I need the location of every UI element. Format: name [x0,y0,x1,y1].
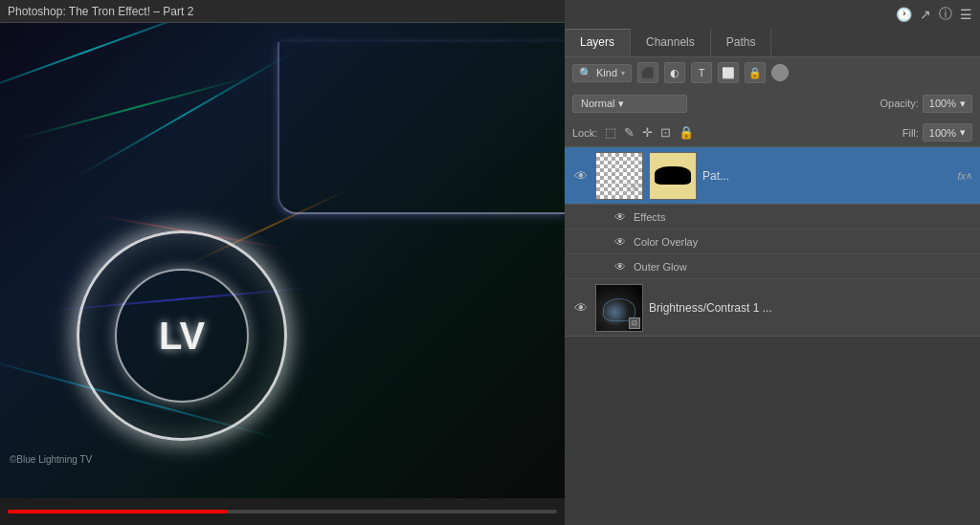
layer-thumbnail-pattern: ☞ [595,152,643,200]
main-container: Photoshop: The Tron Effect! – Part 2 LV [0,0,980,525]
info-icon[interactable]: ⓘ [939,6,952,23]
smart-filter-btn[interactable]: 🔒 [745,62,766,83]
panel-tabs: Layers Channels Paths [565,29,980,57]
layer-name-1: Pat... [702,169,957,183]
effects-eye[interactable]: 👁 [612,209,628,225]
color-overlay-eye[interactable]: 👁 [612,234,628,250]
blend-mode-dropdown[interactable]: Normal ▾ [572,95,687,113]
outer-glow-eye[interactable]: 👁 [612,259,628,274]
layer-item-pattern[interactable]: 👁 ☞ Pat... fx ∧ [565,147,980,205]
video-title-bar: Photoshop: The Tron Effect! – Part 2 [0,0,565,23]
laser-beam-1 [0,23,222,101]
tab-paths[interactable]: Paths [711,29,772,56]
brightness-adjust-icon: ⊡ [629,317,640,329]
layer-name-2: Brightness/Contrast 1 ... [649,301,972,315]
lock-pixels-icon[interactable]: ✎ [624,125,635,140]
type-filter-btn[interactable]: T [691,62,712,83]
laser-beam-2 [19,76,251,140]
layer-thumbnail-brightness: ⊡ [595,284,643,332]
mask-car-shape [655,166,691,185]
fill-arrow: ▾ [960,126,966,139]
car-glow-bg: LV [0,23,565,498]
fill-section: Fill: 100% ▾ [902,123,972,142]
layer-mask-thumbnail [649,152,697,200]
video-panel: Photoshop: The Tron Effect! – Part 2 LV [0,0,565,525]
layers-list: 👁 ☞ Pat... fx ∧ 👁 Effects [565,147,980,525]
top-toolbar: 🕐 ↗ ⓘ ☰ [565,0,980,29]
progress-fill [8,510,228,514]
video-progress-bar[interactable] [0,498,565,525]
adjustment-filter-btn[interactable]: ◐ [664,62,685,83]
video-content: LV ©Blue Lightning TV [0,23,565,498]
blend-mode-row: Normal ▾ Opacity: 100% ▾ [565,88,980,119]
video-copyright: ©Blue Lightning TV [10,454,92,465]
share-icon[interactable]: ↗ [920,7,931,22]
kind-dropdown-arrow: ▾ [621,69,625,77]
layer-item-brightness[interactable]: 👁 ⊡ Brightness/Contrast 1 ... [565,279,980,337]
kind-dropdown[interactable]: 🔍 Kind ▾ [572,64,632,82]
outer-glow-label: Outer Glow [634,261,687,273]
tab-channels[interactable]: Channels [631,29,711,56]
effects-header: 👁 Effects [565,205,980,230]
menu-icon[interactable]: ☰ [960,7,972,22]
fill-control[interactable]: 100% ▾ [923,123,972,142]
blend-dropdown-arrow: ▾ [618,98,624,110]
color-indicator [771,64,789,81]
lock-position-icon[interactable]: ✛ [642,125,653,140]
clock-icon[interactable]: 🕐 [896,7,912,22]
pixel-filter-btn[interactable]: ⬛ [637,62,658,83]
video-title: Photoshop: The Tron Effect! – Part 2 [8,5,193,18]
opacity-section: Opacity: 100% ▾ [880,95,973,113]
lv-logo: LV [144,297,220,374]
color-overlay-item[interactable]: 👁 Color Overlay [565,230,980,254]
color-overlay-label: Color Overlay [634,236,698,248]
layers-panel: 🕐 ↗ ⓘ ☰ Layers Channels Paths 🔍 Kind ▾ [565,0,980,525]
tab-layers[interactable]: Layers [565,29,631,56]
lock-artboard-icon[interactable]: ⊡ [660,125,671,140]
layer-visibility-eye-1[interactable]: 👁 [572,167,590,185]
layer-fx-badge-1: fx [957,170,966,182]
layer-expand-arrow-1[interactable]: ∧ [966,170,972,181]
kind-filter-row: 🔍 Kind ▾ ⬛ ◐ T ⬜ 🔒 [565,57,980,88]
lock-all-icon[interactable]: 🔒 [679,125,694,140]
outer-glow-item[interactable]: 👁 Outer Glow [565,254,980,279]
shape-filter-btn[interactable]: ⬜ [718,62,739,83]
opacity-control[interactable]: 100% ▾ [923,95,972,113]
layer-visibility-eye-2[interactable]: 👁 [572,299,590,317]
wheel-glow: LV [77,230,287,441]
lock-row: Lock: ⬚ ✎ ✛ ⊡ 🔒 Fill: 100% ▾ [565,119,980,147]
effects-label: Effects [634,211,665,223]
brightness-glow [601,298,629,326]
progress-track[interactable] [8,510,557,514]
car-body-outline [278,42,565,214]
opacity-arrow: ▾ [960,98,966,110]
lock-transparent-icon[interactable]: ⬚ [605,125,616,140]
